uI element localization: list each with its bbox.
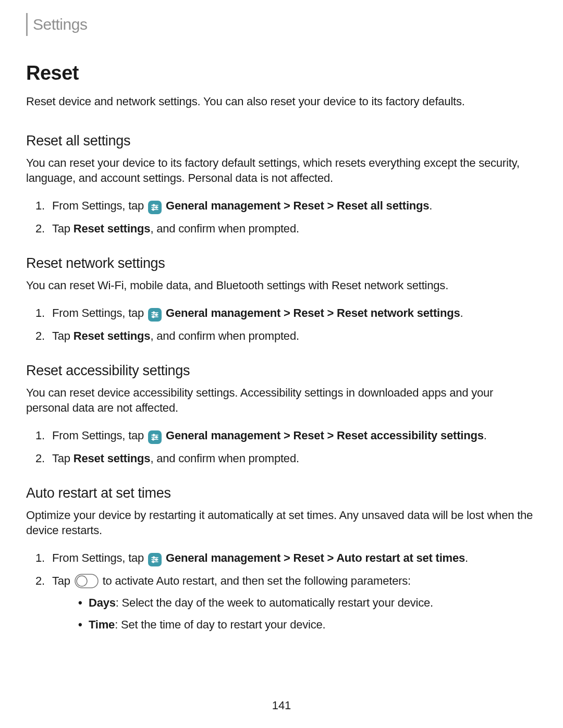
section-desc: You can reset device accessibility setti… [26, 385, 534, 416]
step-item: From Settings, tap General management > … [26, 305, 534, 322]
step-text: Tap [52, 574, 74, 587]
sliders-icon [148, 430, 162, 444]
step-item: Tap Reset settings, and confirm when pro… [26, 450, 534, 467]
page-number: 141 [0, 699, 563, 712]
svg-point-11 [152, 316, 154, 317]
svg-point-3 [155, 206, 157, 208]
section-reset-network: Reset network settings You can reset Wi-… [26, 255, 534, 344]
step-item: From Settings, tap General management > … [26, 550, 534, 566]
section-heading: Auto restart at set times [26, 485, 534, 501]
sublist-item: Days: Select the day of the week to auto… [52, 595, 534, 611]
step-text: Tap [52, 452, 74, 465]
step-text: , and confirm when prompted. [150, 452, 299, 465]
steps-list: From Settings, tap General management > … [26, 198, 534, 237]
sublist-item: Time: Set the time of day to restart you… [52, 616, 534, 633]
sliders-icon [148, 553, 162, 566]
step-text: From Settings, tap [52, 551, 147, 564]
step-action: Reset settings [74, 329, 151, 342]
main-heading: Reset [26, 62, 534, 84]
sliders-icon [148, 308, 162, 322]
period: . [460, 306, 463, 319]
page-header: Settings [26, 13, 534, 36]
svg-point-1 [153, 204, 154, 206]
step-text: , and confirm when prompted. [150, 222, 299, 235]
svg-point-9 [155, 314, 157, 315]
svg-point-15 [155, 436, 157, 438]
svg-point-17 [152, 438, 154, 440]
svg-point-7 [153, 312, 154, 313]
svg-point-19 [153, 557, 154, 559]
section-desc: Optimize your device by restarting it au… [26, 508, 534, 538]
svg-point-23 [152, 561, 154, 563]
section-auto-restart: Auto restart at set times Optimize your … [26, 485, 534, 633]
step-text: From Settings, tap [52, 306, 147, 319]
main-intro: Reset device and network settings. You c… [26, 94, 534, 109]
section-heading: Reset network settings [26, 255, 534, 272]
step-text: From Settings, tap [52, 199, 147, 212]
period: . [429, 199, 432, 212]
svg-point-21 [155, 559, 157, 561]
step-text: , and confirm when prompted. [150, 329, 299, 342]
steps-list: From Settings, tap General management > … [26, 305, 534, 344]
section-heading: Reset accessibility settings [26, 363, 534, 379]
svg-point-13 [153, 434, 154, 436]
toggle-off-icon [75, 574, 99, 588]
bullet-label: Days [89, 596, 116, 609]
sliders-icon [148, 201, 162, 214]
section-heading: Reset all settings [26, 133, 534, 149]
step-text: Tap [52, 329, 74, 342]
steps-list: From Settings, tap General management > … [26, 427, 534, 467]
section-desc: You can reset Wi-Fi, mobile data, and Bl… [26, 278, 534, 293]
step-action: Reset settings [74, 222, 151, 235]
bullet-text: : Set the time of day to restart your de… [115, 618, 325, 631]
step-item: From Settings, tap General management > … [26, 198, 534, 214]
step-text: From Settings, tap [52, 429, 147, 442]
step-item: Tap to activate Auto restart, and then s… [26, 573, 534, 633]
svg-point-25 [77, 576, 87, 586]
menu-path: General management > Reset > Reset acces… [166, 429, 484, 442]
section-reset-accessibility: Reset accessibility settings You can res… [26, 363, 534, 467]
bullet-label: Time [89, 618, 115, 631]
step-text: to activate Auto restart, and then set t… [100, 574, 411, 587]
section-reset-all: Reset all settings You can reset your de… [26, 133, 534, 237]
menu-path: General management > Reset > Reset all s… [166, 199, 429, 212]
header-title: Settings [33, 16, 87, 33]
step-action: Reset settings [74, 452, 151, 465]
period: . [465, 551, 468, 564]
step-item: From Settings, tap General management > … [26, 427, 534, 444]
period: . [484, 429, 487, 442]
step-item: Tap Reset settings, and confirm when pro… [26, 220, 534, 237]
step-text: Tap [52, 222, 74, 235]
step-item: Tap Reset settings, and confirm when pro… [26, 328, 534, 344]
svg-point-5 [152, 208, 154, 210]
section-desc: You can reset your device to its factory… [26, 155, 534, 186]
menu-path: General management > Reset > Auto restar… [166, 551, 465, 564]
bullet-text: : Select the day of the week to automati… [116, 596, 433, 609]
menu-path: General management > Reset > Reset netwo… [166, 306, 460, 319]
sublist: Days: Select the day of the week to auto… [52, 595, 534, 633]
steps-list: From Settings, tap General management > … [26, 550, 534, 633]
